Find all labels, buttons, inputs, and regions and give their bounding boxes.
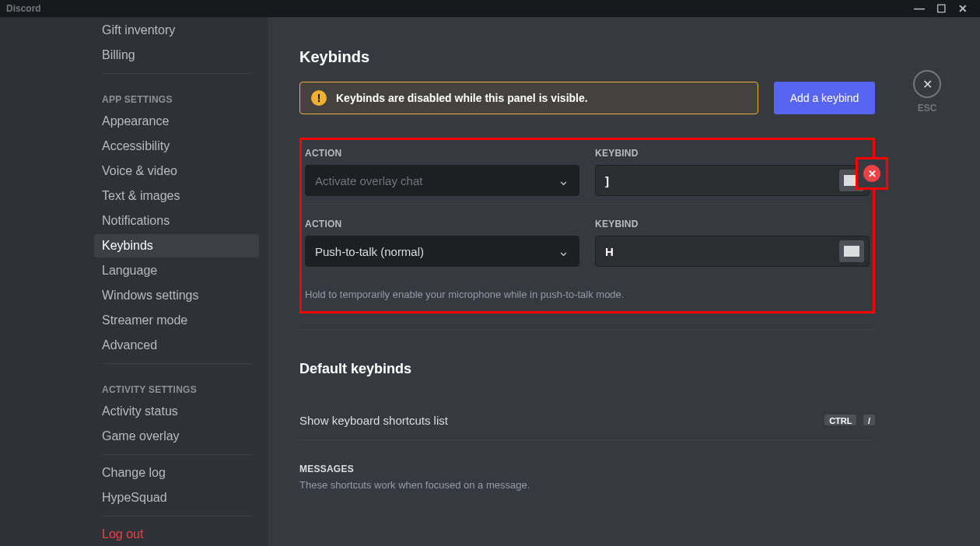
svg-rect-19 [848, 254, 856, 255]
keybind-value: H [605, 245, 614, 258]
sidebar-item-change-log[interactable]: Change log [94, 461, 259, 485]
add-keybind-button[interactable]: Add a keybind [774, 82, 875, 114]
action-select-value: Push-to-talk (normal) [315, 245, 424, 258]
keybind-help-text: Hold to temporarily enable your micropho… [305, 289, 870, 300]
svg-rect-1 [846, 177, 848, 179]
default-keybind-row: Show keyboard shortcuts list CTRL / [299, 401, 875, 440]
chevron-down-icon: ⌄ [558, 243, 569, 260]
messages-description: These shortcuts work when focused on a m… [299, 479, 875, 491]
action-select-value: Activate overlay chat [315, 174, 422, 187]
keybind-list-highlight: ACTION Activate overlay chat ⌄ KEYBIND ] [299, 138, 875, 313]
page-title: Keybinds [299, 48, 875, 66]
titlebar: Discord — ☐ ✕ [0, 0, 980, 17]
keybind-label: KEYBIND [595, 219, 870, 229]
keybinds-disabled-warning: ! Keybinds are disabled while this panel… [299, 82, 758, 114]
sidebar-item-game-overlay[interactable]: Game overlay [94, 425, 259, 448]
sidebar-item-appearance[interactable]: Appearance [94, 110, 259, 133]
messages-heading: MESSAGES [299, 464, 875, 474]
sidebar-item-activity-status[interactable]: Activity status [94, 400, 259, 423]
keybind-row: ACTION Push-to-talk (normal) ⌄ KEYBIND H [305, 204, 870, 308]
keycap: / [863, 415, 875, 427]
svg-rect-2 [849, 177, 851, 179]
sidebar-item-voice-video[interactable]: Voice & video [94, 159, 259, 183]
svg-rect-7 [852, 180, 854, 182]
sidebar-heading-app-settings: APP SETTINGS [94, 80, 259, 108]
sidebar-item-notifications[interactable]: Notifications [94, 209, 259, 233]
default-keybind-keys: CTRL / [821, 413, 875, 427]
keyboard-icon [844, 246, 859, 257]
default-keybind-label: Show keyboard shortcuts list [299, 414, 448, 427]
keybind-value: ] [605, 174, 609, 187]
keybind-label: KEYBIND [595, 148, 870, 159]
keycap: CTRL [824, 415, 856, 427]
sidebar-heading-activity-settings: ACTIVITY SETTINGS [94, 370, 259, 398]
keybind-row: ACTION Activate overlay chat ⌄ KEYBIND ] [305, 143, 870, 204]
svg-rect-11 [846, 248, 848, 250]
window-minimize-button[interactable]: — [908, 2, 930, 15]
sidebar-item-accessibility[interactable]: Accessibility [94, 135, 259, 158]
sidebar-item-language[interactable]: Language [94, 259, 259, 282]
warning-icon: ! [311, 90, 327, 106]
close-icon: ✕ [922, 77, 933, 92]
svg-rect-6 [849, 180, 851, 182]
svg-rect-3 [852, 177, 854, 179]
app-title: Discord [6, 3, 41, 14]
sidebar-item-hypesquad[interactable]: HypeSquad [94, 486, 259, 509]
sidebar-separator [102, 516, 251, 516]
svg-rect-13 [852, 248, 854, 250]
close-settings: ✕ ESC [913, 70, 941, 114]
svg-rect-17 [852, 251, 854, 253]
default-keybinds-heading: Default keybinds [299, 361, 875, 377]
delete-keybind-highlight: ✕ [856, 157, 888, 190]
sidebar-item-keybinds[interactable]: Keybinds [94, 234, 259, 257]
window-close-button[interactable]: ✕ [952, 2, 974, 15]
section-separator [299, 329, 875, 330]
svg-rect-16 [849, 251, 851, 253]
sidebar-separator [102, 73, 251, 74]
svg-rect-15 [846, 251, 848, 253]
action-label: ACTION [305, 219, 579, 229]
close-esc-label: ESC [918, 103, 937, 114]
sidebar-item-text-images[interactable]: Text & images [94, 184, 259, 208]
action-label: ACTION [305, 148, 579, 159]
action-select[interactable]: Push-to-talk (normal) ⌄ [305, 236, 579, 267]
svg-rect-18 [856, 251, 857, 253]
sidebar-item-windows-settings[interactable]: Windows settings [94, 284, 259, 307]
sidebar-item-gift-inventory[interactable]: Gift inventory [94, 19, 259, 42]
settings-sidebar: Gift inventory Billing APP SETTINGS Appe… [0, 17, 268, 546]
sidebar-separator [102, 363, 251, 364]
sidebar-item-billing[interactable]: Billing [94, 44, 259, 67]
svg-rect-14 [856, 248, 857, 250]
close-settings-button[interactable]: ✕ [913, 70, 941, 98]
sidebar-item-advanced[interactable]: Advanced [94, 334, 259, 357]
keybind-input[interactable]: H [595, 236, 870, 267]
settings-content: Keybinds ! Keybinds are disabled while t… [268, 17, 980, 546]
svg-rect-12 [849, 248, 851, 250]
svg-rect-9 [848, 183, 856, 184]
window-maximize-button[interactable]: ☐ [930, 2, 952, 15]
warning-text: Keybinds are disabled while this panel i… [336, 92, 588, 104]
delete-keybind-button[interactable]: ✕ [863, 165, 880, 182]
sidebar-separator [102, 454, 251, 455]
sidebar-item-logout[interactable]: Log out [94, 523, 259, 546]
chevron-down-icon: ⌄ [558, 172, 569, 189]
record-keybind-button[interactable] [839, 240, 864, 262]
sidebar-item-streamer-mode[interactable]: Streamer mode [94, 309, 259, 332]
action-select[interactable]: Activate overlay chat ⌄ [305, 165, 579, 196]
svg-rect-5 [846, 180, 848, 182]
keybind-input[interactable]: ] [595, 165, 870, 196]
